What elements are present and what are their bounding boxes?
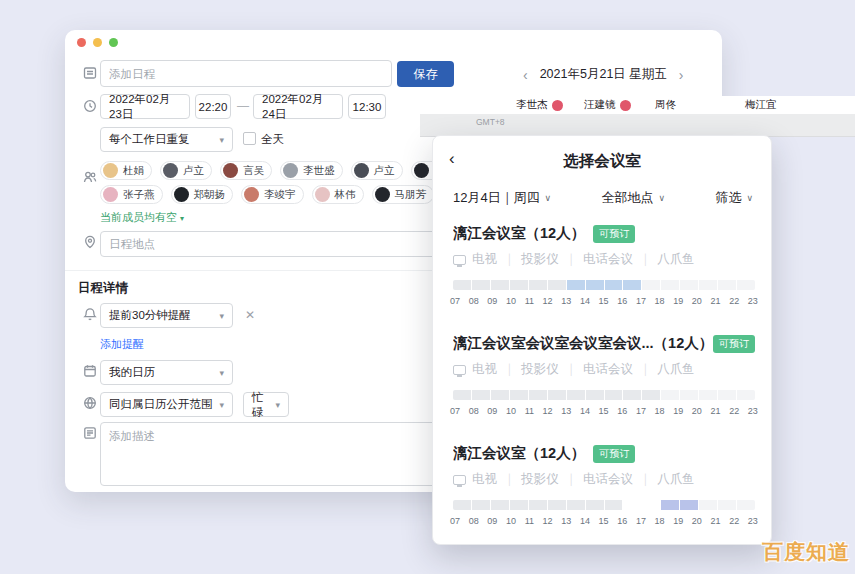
window-controls <box>77 38 118 47</box>
date-filter[interactable]: 12月4日｜周四 ∨ <box>453 189 551 207</box>
reminder-select[interactable]: 提前30分钟提醒 ▾ <box>100 303 233 328</box>
date-filter-label: 12月4日｜周四 <box>453 189 539 207</box>
equipment-label: 投影仪 <box>521 251 559 268</box>
close-window-button[interactable] <box>77 38 86 47</box>
hour-tick-label: 11 <box>525 516 534 526</box>
event-title-icon <box>83 66 97 80</box>
equipment-separator: ｜ <box>503 471 515 488</box>
hour-tick-label: 09 <box>487 516 497 526</box>
remove-reminder-button[interactable]: ✕ <box>245 308 255 322</box>
start-time-field[interactable]: 22:20 <box>195 94 231 119</box>
event-title-input[interactable] <box>100 60 392 87</box>
attendee-chip[interactable]: 卢立 <box>160 161 212 180</box>
attendee-name: 郑朝扬 <box>194 188 226 202</box>
description-textarea[interactable] <box>100 422 445 486</box>
timezone-label: GMT+8 <box>476 117 505 127</box>
availability-slot <box>567 390 585 400</box>
meeting-room-item[interactable]: 漓江会议室会议室会议室会议...（12人）可预订电视｜投影仪｜电话会议｜八爪鱼0… <box>453 334 755 416</box>
busy-status-value: 忙碌 <box>252 390 269 420</box>
attendee-chip[interactable]: 卢立 <box>351 161 403 180</box>
availability-slot <box>718 500 736 510</box>
end-time-value: 12:30 <box>353 101 382 113</box>
more-filters-label: 筛选 <box>715 189 741 207</box>
attendee-name: 马朋芳 <box>395 188 427 202</box>
next-day-button[interactable]: › <box>679 67 684 83</box>
attendee-chip[interactable]: 言吴 <box>220 161 272 180</box>
visibility-globe-icon <box>83 396 97 410</box>
hour-tick-label: 11 <box>525 406 534 416</box>
room-name: 漓江会议室（12人） <box>453 224 585 243</box>
meeting-room-item[interactable]: 漓江会议室（12人）可预订电视｜投影仪｜电话会议｜八爪鱼070809101112… <box>453 444 755 526</box>
minimize-window-button[interactable] <box>93 38 102 47</box>
availability-slot <box>453 500 471 510</box>
hour-tick-label: 13 <box>561 516 571 526</box>
attendee-name-label: 李世杰 <box>516 98 548 112</box>
hour-tick-label: 18 <box>655 406 665 416</box>
hour-tick-label: 15 <box>599 516 609 526</box>
room-filters: 12月4日｜周四 ∨ 全部地点 ∨ 筛选 ∨ <box>453 189 753 207</box>
availability-slot <box>529 500 547 510</box>
prev-day-button[interactable]: ‹ <box>523 67 528 83</box>
attendee-chip[interactable]: 李竣宇 <box>241 185 304 204</box>
attendee-chip[interactable]: 郑朝扬 <box>171 185 234 204</box>
tv-icon <box>453 255 466 265</box>
hour-tick-label: 10 <box>506 296 516 306</box>
availability-slot <box>661 500 679 510</box>
start-date-value: 2022年02月23日 <box>109 92 181 122</box>
save-button[interactable]: 保存 <box>397 61 454 87</box>
end-time-field[interactable]: 12:30 <box>348 94 386 119</box>
attendee-chip[interactable]: 李世盛 <box>280 161 343 180</box>
more-filters[interactable]: 筛选 ∨ <box>715 189 753 207</box>
availability-slot <box>548 280 566 290</box>
hour-tick-label: 12 <box>543 406 553 416</box>
availability-slot <box>548 500 566 510</box>
hour-tick-label: 20 <box>692 406 702 416</box>
repeat-select[interactable]: 每个工作日重复 ▾ <box>100 127 233 152</box>
attendee-chip[interactable]: 林伟 <box>312 185 364 204</box>
availability-slot <box>510 390 528 400</box>
visibility-value: 同归属日历公开范围 <box>109 397 213 412</box>
members-free-status-link[interactable]: 当前成员均有空 ▾ <box>100 210 184 225</box>
location-input[interactable] <box>100 231 445 257</box>
availability-slot <box>548 390 566 400</box>
availability-slot <box>567 500 585 510</box>
end-date-field[interactable]: 2022年02月24日 <box>253 94 343 119</box>
availability-slot <box>642 280 660 290</box>
bookable-tag: 可预订 <box>713 335 755 353</box>
zoom-window-button[interactable] <box>109 38 118 47</box>
bookable-tag: 可预订 <box>593 225 635 243</box>
attendee-chip[interactable]: 马朋芳 <box>372 185 435 204</box>
hour-tick-label: 17 <box>636 406 646 416</box>
availability-bar <box>453 280 755 290</box>
meeting-room-item[interactable]: 漓江会议室（12人）可预订电视｜投影仪｜电话会议｜八爪鱼070809101112… <box>453 224 755 306</box>
all-day-checkbox[interactable] <box>243 132 256 145</box>
location-filter[interactable]: 全部地点 ∨ <box>601 189 665 207</box>
attendee-schedule-strip: 李世杰汪建镜周佟梅江宜 GMT+8 <box>420 96 855 137</box>
availability-slot <box>737 280 755 290</box>
chevron-down-icon: ∨ <box>746 193 753 203</box>
hour-tick-label: 20 <box>692 516 702 526</box>
availability-slot <box>472 280 490 290</box>
busy-status-select[interactable]: 忙碌 ▾ <box>243 392 289 417</box>
attendee-chip[interactable]: 张子燕 <box>100 185 163 204</box>
visibility-select[interactable]: 同归属日历公开范围 ▾ <box>100 392 233 417</box>
start-date-field[interactable]: 2022年02月23日 <box>100 94 190 119</box>
calendar-select[interactable]: 我的日历 ▾ <box>100 360 233 385</box>
hour-tick-label: 23 <box>748 406 758 416</box>
details-heading: 日程详情 <box>78 280 128 297</box>
hour-tick-label: 17 <box>636 296 646 306</box>
attendee-name-label: 梅江宜 <box>745 98 777 112</box>
attendee-chip[interactable]: 杜娟 <box>100 161 152 180</box>
availability-slot <box>605 500 623 510</box>
bell-icon <box>83 307 97 321</box>
availability-slot <box>661 280 679 290</box>
avatar <box>354 163 369 178</box>
hour-tick-label: 14 <box>580 296 590 306</box>
bookable-tag: 可预订 <box>593 445 635 463</box>
availability-slot <box>661 390 679 400</box>
room-chooser-panel: ‹ 选择会议室 12月4日｜周四 ∨ 全部地点 ∨ 筛选 ∨ 漓江会议室（12人… <box>432 135 772 545</box>
add-reminder-link[interactable]: 添加提醒 <box>100 337 144 352</box>
date-navigator: ‹ 2021年5月21日 星期五 › <box>523 66 683 83</box>
availability-slot <box>510 500 528 510</box>
equipment-label: 电视 <box>472 471 497 488</box>
